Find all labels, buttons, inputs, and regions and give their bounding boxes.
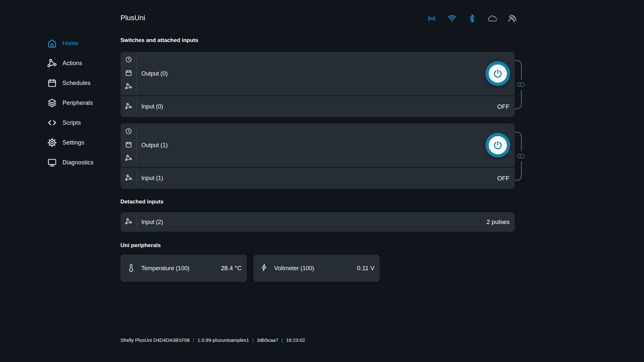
peripherals-row: Temperature (100) 28.4 °C Voltmeter (100…	[120, 255, 515, 282]
peripheral-value: 0.11 V	[357, 265, 374, 272]
schedule-icon	[125, 141, 132, 149]
sidebar-item-label: Diagnostics	[63, 159, 93, 166]
switch-group-1: Output (1) Input (1) OFF	[120, 123, 515, 189]
input-feature-icons	[120, 215, 137, 229]
actions-icon	[125, 83, 132, 91]
footer-separator: |	[282, 337, 283, 343]
sidebar: Home Actions Schedules Peripherals Scrip…	[47, 36, 125, 175]
sidebar-item-diagnostics[interactable]: Diagnostics	[47, 155, 125, 170]
actions-icon	[47, 58, 57, 68]
monitor-icon	[47, 158, 57, 167]
sidebar-item-label: Schedules	[63, 80, 91, 87]
link-connector	[515, 132, 526, 181]
footer-separator: |	[193, 337, 194, 343]
input-state-badge: OFF	[497, 175, 510, 182]
sidebar-item-label: Peripherals	[63, 100, 93, 106]
input-row-0[interactable]: Input (0) OFF	[120, 96, 515, 117]
section-heading-switches: Switches and attached inputs	[120, 37, 515, 44]
main-content: Switches and attached inputs Output (0)	[120, 0, 515, 282]
input-state-badge: OFF	[497, 103, 510, 110]
app-root: Home Actions Schedules Peripherals Scrip…	[0, 0, 644, 362]
power-icon	[489, 136, 507, 154]
firmware-version: 1.0.99-plusunisamples1	[198, 337, 249, 343]
sidebar-item-actions[interactable]: Actions	[47, 56, 125, 70]
layers-icon	[47, 98, 57, 108]
input-feature-icons	[120, 100, 137, 114]
device-time: 16:23:02	[286, 337, 305, 343]
peripheral-value: 28.4 °C	[221, 265, 242, 272]
output-feature-icons	[120, 55, 137, 92]
sidebar-item-label: Settings	[63, 139, 84, 146]
schedule-icon	[125, 69, 132, 78]
power-icon	[489, 64, 507, 83]
output-label: Output (1)	[141, 142, 168, 149]
code-icon	[47, 118, 57, 128]
voltmeter-card[interactable]: Voltmeter (100) 0.11 V	[253, 255, 380, 282]
switch-group-0: Output (0) Input (0) OFF	[120, 52, 515, 117]
voltmeter-icon	[260, 263, 268, 273]
sidebar-item-label: Scripts	[63, 119, 81, 126]
input-row-1[interactable]: Input (1) OFF	[120, 168, 515, 189]
gear-icon	[47, 138, 57, 147]
timer-icon	[125, 128, 132, 136]
thermometer-icon	[127, 263, 135, 273]
power-toggle-button-1[interactable]	[485, 133, 510, 158]
timer-icon	[125, 56, 132, 64]
output-row-1[interactable]: Output (1)	[120, 123, 515, 167]
input-label: Input (1)	[141, 175, 163, 182]
build-hash: 3db5caa7	[257, 337, 278, 343]
device-name: Shelly PlusUni D4D4DA3B1F08	[120, 337, 190, 343]
peripheral-label: Voltmeter (100)	[274, 265, 314, 272]
input-label: Input (0)	[141, 103, 163, 110]
output-label: Output (0)	[141, 70, 168, 77]
link-icon	[518, 154, 525, 158]
output-row-0[interactable]: Output (0)	[120, 52, 515, 95]
sidebar-item-scripts[interactable]: Scripts	[47, 116, 125, 130]
section-heading-peripherals: Uni peripherals	[120, 242, 515, 249]
home-icon	[47, 38, 57, 48]
device-info-footer: Shelly PlusUni D4D4DA3B1F08|1.0.99-plusu…	[120, 337, 305, 343]
sidebar-item-label: Actions	[63, 60, 82, 67]
link-icon	[518, 83, 525, 87]
sidebar-item-home[interactable]: Home	[47, 36, 125, 50]
actions-icon	[125, 174, 132, 183]
actions-icon	[125, 218, 132, 226]
actions-icon	[125, 103, 132, 111]
sidebar-item-schedules[interactable]: Schedules	[47, 76, 125, 90]
calendar-icon	[47, 78, 57, 88]
sidebar-item-label: Home	[63, 40, 78, 47]
footer-separator: |	[252, 337, 254, 343]
input-feature-icons	[120, 171, 137, 185]
input-label: Input (2)	[141, 219, 163, 226]
peripheral-label: Temperature (100)	[141, 265, 189, 272]
temperature-card[interactable]: Temperature (100) 28.4 °C	[120, 255, 247, 282]
sidebar-item-settings[interactable]: Settings	[47, 135, 125, 150]
input-state-badge: 2 pulses	[486, 218, 510, 226]
section-heading-detached: Detached inputs	[120, 198, 515, 205]
detached-input-row[interactable]: Input (2) 2 pulses	[120, 212, 515, 232]
output-feature-icons	[120, 127, 137, 163]
link-connector	[515, 60, 526, 109]
actions-icon	[125, 154, 132, 163]
power-toggle-button-0[interactable]	[485, 61, 510, 86]
sidebar-item-peripherals[interactable]: Peripherals	[47, 96, 125, 110]
